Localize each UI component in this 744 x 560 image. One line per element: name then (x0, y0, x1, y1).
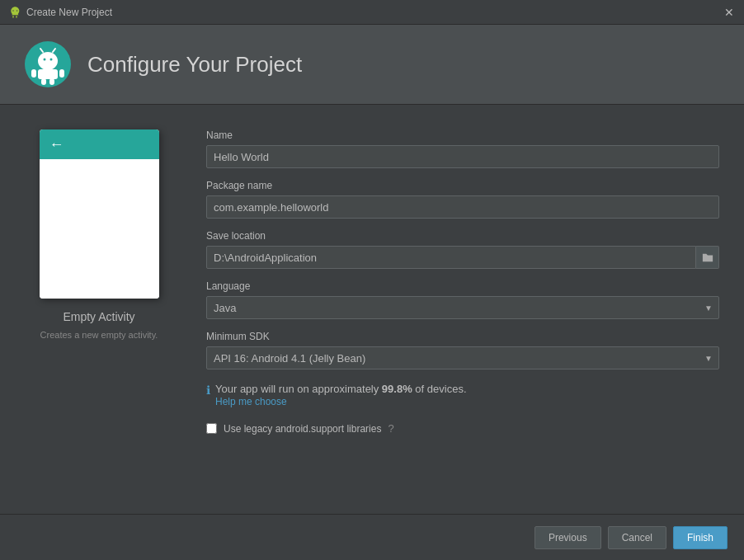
svg-rect-8 (38, 69, 58, 79)
titlebar-title: Create New Project (26, 7, 112, 18)
sdk-info-prefix: Your app will run on approximately (215, 383, 382, 395)
save-location-input[interactable] (206, 246, 696, 269)
form-panel: Name Package name Save location Language (206, 129, 719, 503)
legacy-checkbox-row: Use legacy android.support libraries ? (206, 422, 719, 435)
package-field-group: Package name (206, 180, 719, 219)
min-sdk-label: Minimum SDK (206, 331, 719, 342)
name-label: Name (206, 129, 719, 141)
svg-rect-0 (12, 16, 13, 18)
legacy-checkbox-label: Use legacy android.support libraries (224, 423, 381, 435)
save-location-input-row (206, 246, 719, 269)
left-panel: ← Empty Activity Creates a new empty act… (25, 129, 173, 503)
previous-button[interactable]: Previous (534, 526, 601, 549)
svg-rect-10 (59, 69, 64, 78)
language-select-wrapper: Java Kotlin ▼ (206, 296, 719, 319)
cancel-button[interactable]: Cancel (608, 526, 666, 549)
package-label: Package name (206, 180, 719, 191)
android-small-icon (8, 6, 21, 19)
sdk-info-suffix: of devices. (412, 383, 467, 395)
main-content: ← Empty Activity Creates a new empty act… (0, 105, 744, 503)
legacy-help-icon[interactable]: ? (388, 422, 393, 435)
browse-folder-button[interactable] (696, 246, 719, 269)
android-logo-icon (25, 41, 71, 87)
device-screen (40, 159, 159, 299)
name-field-group: Name (206, 129, 719, 168)
svg-rect-9 (31, 69, 36, 78)
activity-label: Empty Activity (63, 310, 134, 323)
sdk-info-text: Your app will run on approximately 99.8%… (215, 383, 467, 407)
min-sdk-group: Minimum SDK API 16: Android 4.1 (Jelly B… (206, 331, 719, 369)
info-icon: ℹ (206, 384, 210, 397)
sdk-info-row: ℹ Your app will run on approximately 99.… (206, 383, 719, 407)
language-select[interactable]: Java Kotlin (206, 296, 719, 319)
close-button[interactable]: ✕ (723, 6, 736, 19)
svg-point-4 (44, 59, 46, 61)
svg-rect-11 (41, 78, 46, 85)
header: Configure Your Project (0, 25, 744, 105)
svg-rect-1 (16, 16, 16, 18)
svg-point-5 (50, 59, 53, 61)
titlebar: Create New Project ✕ (0, 0, 744, 25)
titlebar-left: Create New Project (8, 6, 112, 19)
language-field-group: Language Java Kotlin ▼ (206, 280, 719, 319)
svg-rect-12 (49, 78, 54, 85)
sdk-info-percentage: 99.8% (382, 383, 412, 395)
activity-sublabel: Creates a new empty activity. (40, 330, 158, 340)
page-title: Configure Your Project (87, 52, 302, 78)
min-sdk-select-wrapper: API 16: Android 4.1 (Jelly Bean) API 21:… (206, 346, 719, 369)
device-topbar: ← (40, 129, 159, 159)
save-location-label: Save location (206, 230, 719, 242)
svg-point-3 (38, 52, 58, 70)
name-input[interactable] (206, 145, 719, 168)
back-arrow-icon: ← (49, 136, 64, 153)
device-preview: ← (40, 129, 159, 299)
min-sdk-select[interactable]: API 16: Android 4.1 (Jelly Bean) API 21:… (206, 346, 719, 369)
folder-icon (702, 252, 713, 263)
help-me-choose-link[interactable]: Help me choose (215, 396, 287, 407)
finish-button[interactable]: Finish (673, 526, 728, 549)
package-input[interactable] (206, 195, 719, 219)
save-location-group: Save location (206, 230, 719, 269)
footer: Previous Cancel Finish (0, 514, 744, 560)
language-label: Language (206, 280, 719, 292)
legacy-checkbox[interactable] (206, 423, 217, 434)
